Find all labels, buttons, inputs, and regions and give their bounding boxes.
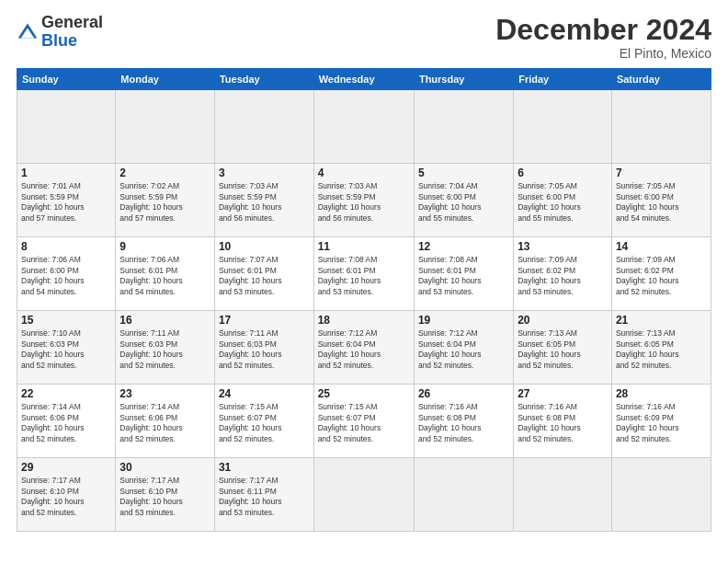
day-info: Sunrise: 7:14 AM Sunset: 6:06 PM Dayligh… bbox=[21, 402, 111, 444]
day-info: Sunrise: 7:08 AM Sunset: 6:01 PM Dayligh… bbox=[318, 255, 410, 297]
day-number: 6 bbox=[518, 167, 608, 179]
calendar-cell: 10Sunrise: 7:07 AM Sunset: 6:01 PM Dayli… bbox=[214, 237, 313, 311]
day-info: Sunrise: 7:06 AM Sunset: 6:00 PM Dayligh… bbox=[21, 255, 111, 297]
calendar-cell: 16Sunrise: 7:11 AM Sunset: 6:03 PM Dayli… bbox=[116, 311, 215, 385]
day-number: 11 bbox=[318, 240, 410, 253]
calendar-cell: 14Sunrise: 7:09 AM Sunset: 6:02 PM Dayli… bbox=[611, 237, 711, 311]
day-info: Sunrise: 7:17 AM Sunset: 6:11 PM Dayligh… bbox=[219, 476, 310, 518]
day-number: 27 bbox=[518, 387, 608, 400]
title-block: December 2024 El Pinto, Mexico bbox=[495, 14, 711, 61]
calendar-header-sunday: Sunday bbox=[17, 69, 116, 90]
day-info: Sunrise: 7:13 AM Sunset: 6:05 PM Dayligh… bbox=[616, 328, 707, 371]
day-info: Sunrise: 7:08 AM Sunset: 6:01 PM Dayligh… bbox=[418, 255, 509, 297]
day-number: 23 bbox=[119, 387, 210, 400]
calendar-cell: 19Sunrise: 7:12 AM Sunset: 6:04 PM Dayli… bbox=[414, 311, 513, 385]
day-info: Sunrise: 7:17 AM Sunset: 6:10 PM Dayligh… bbox=[119, 476, 210, 518]
logo-blue-text: Blue bbox=[41, 32, 103, 51]
day-info: Sunrise: 7:06 AM Sunset: 6:01 PM Dayligh… bbox=[119, 255, 210, 297]
day-info: Sunrise: 7:11 AM Sunset: 6:03 PM Dayligh… bbox=[119, 328, 210, 371]
calendar-cell: 8Sunrise: 7:06 AM Sunset: 6:00 PM Daylig… bbox=[17, 237, 116, 311]
calendar-cell bbox=[17, 90, 116, 164]
calendar-cell: 13Sunrise: 7:09 AM Sunset: 6:02 PM Dayli… bbox=[514, 237, 612, 311]
day-number: 21 bbox=[616, 314, 707, 327]
day-info: Sunrise: 7:05 AM Sunset: 6:00 PM Dayligh… bbox=[518, 181, 608, 224]
day-info: Sunrise: 7:09 AM Sunset: 6:02 PM Dayligh… bbox=[518, 255, 608, 297]
calendar-table: SundayMondayTuesdayWednesdayThursdayFrid… bbox=[17, 68, 711, 532]
day-info: Sunrise: 7:02 AM Sunset: 5:59 PM Dayligh… bbox=[119, 181, 210, 224]
calendar-cell: 11Sunrise: 7:08 AM Sunset: 6:01 PM Dayli… bbox=[313, 237, 414, 311]
calendar-cell: 30Sunrise: 7:17 AM Sunset: 6:10 PM Dayli… bbox=[116, 458, 215, 532]
day-number: 3 bbox=[219, 167, 310, 179]
header: General Blue December 2024 El Pinto, Mex… bbox=[17, 14, 711, 61]
day-number: 5 bbox=[418, 167, 509, 179]
day-number: 30 bbox=[119, 461, 210, 474]
calendar-cell: 4Sunrise: 7:03 AM Sunset: 5:59 PM Daylig… bbox=[313, 164, 414, 237]
calendar-cell: 26Sunrise: 7:16 AM Sunset: 6:08 PM Dayli… bbox=[414, 385, 513, 458]
day-info: Sunrise: 7:04 AM Sunset: 6:00 PM Dayligh… bbox=[418, 181, 509, 224]
calendar-week-3: 8Sunrise: 7:06 AM Sunset: 6:00 PM Daylig… bbox=[17, 237, 711, 311]
calendar-header-thursday: Thursday bbox=[414, 69, 513, 90]
calendar-week-6: 29Sunrise: 7:17 AM Sunset: 6:10 PM Dayli… bbox=[17, 458, 711, 532]
day-info: Sunrise: 7:10 AM Sunset: 6:03 PM Dayligh… bbox=[21, 328, 111, 371]
calendar-header-monday: Monday bbox=[116, 69, 215, 90]
calendar-week-5: 22Sunrise: 7:14 AM Sunset: 6:06 PM Dayli… bbox=[17, 385, 711, 458]
day-number: 12 bbox=[418, 240, 509, 253]
day-number: 1 bbox=[21, 167, 111, 179]
day-number: 9 bbox=[119, 240, 210, 253]
calendar-cell: 22Sunrise: 7:14 AM Sunset: 6:06 PM Dayli… bbox=[17, 385, 116, 458]
calendar-cell: 7Sunrise: 7:05 AM Sunset: 6:00 PM Daylig… bbox=[611, 164, 711, 237]
day-number: 16 bbox=[119, 314, 210, 327]
day-number: 18 bbox=[318, 314, 410, 327]
calendar-cell bbox=[414, 458, 513, 532]
day-number: 15 bbox=[21, 314, 111, 327]
calendar-cell: 24Sunrise: 7:15 AM Sunset: 6:07 PM Dayli… bbox=[214, 385, 313, 458]
day-number: 20 bbox=[518, 314, 608, 327]
calendar-cell bbox=[514, 458, 612, 532]
day-info: Sunrise: 7:12 AM Sunset: 6:04 PM Dayligh… bbox=[318, 328, 410, 371]
calendar-cell: 2Sunrise: 7:02 AM Sunset: 5:59 PM Daylig… bbox=[116, 164, 215, 237]
day-number: 19 bbox=[418, 314, 509, 327]
day-number: 28 bbox=[616, 387, 707, 400]
calendar-cell: 15Sunrise: 7:10 AM Sunset: 6:03 PM Dayli… bbox=[17, 311, 116, 385]
calendar-cell: 9Sunrise: 7:06 AM Sunset: 6:01 PM Daylig… bbox=[116, 237, 215, 311]
calendar-cell bbox=[414, 90, 513, 164]
calendar-cell: 25Sunrise: 7:15 AM Sunset: 6:07 PM Dayli… bbox=[313, 385, 414, 458]
day-number: 4 bbox=[318, 167, 410, 179]
day-info: Sunrise: 7:16 AM Sunset: 6:09 PM Dayligh… bbox=[616, 402, 707, 444]
calendar-cell: 6Sunrise: 7:05 AM Sunset: 6:00 PM Daylig… bbox=[514, 164, 612, 237]
calendar-cell bbox=[116, 90, 215, 164]
day-info: Sunrise: 7:05 AM Sunset: 6:00 PM Dayligh… bbox=[616, 181, 707, 224]
calendar-header-tuesday: Tuesday bbox=[214, 69, 313, 90]
day-info: Sunrise: 7:15 AM Sunset: 6:07 PM Dayligh… bbox=[219, 402, 310, 444]
logo-general-text: General bbox=[41, 14, 103, 32]
calendar-cell bbox=[313, 90, 414, 164]
page: General Blue December 2024 El Pinto, Mex… bbox=[0, 0, 728, 563]
day-number: 10 bbox=[219, 240, 310, 253]
calendar-cell bbox=[313, 458, 414, 532]
day-number: 13 bbox=[518, 240, 608, 253]
day-info: Sunrise: 7:03 AM Sunset: 5:59 PM Dayligh… bbox=[219, 181, 310, 224]
day-info: Sunrise: 7:14 AM Sunset: 6:06 PM Dayligh… bbox=[119, 402, 210, 444]
day-info: Sunrise: 7:09 AM Sunset: 6:02 PM Dayligh… bbox=[616, 255, 707, 297]
day-info: Sunrise: 7:11 AM Sunset: 6:03 PM Dayligh… bbox=[219, 328, 310, 371]
calendar-cell: 27Sunrise: 7:16 AM Sunset: 6:08 PM Dayli… bbox=[514, 385, 612, 458]
calendar-cell: 28Sunrise: 7:16 AM Sunset: 6:09 PM Dayli… bbox=[611, 385, 711, 458]
day-number: 26 bbox=[418, 387, 509, 400]
calendar-cell bbox=[214, 90, 313, 164]
day-number: 7 bbox=[616, 167, 707, 179]
day-info: Sunrise: 7:17 AM Sunset: 6:10 PM Dayligh… bbox=[21, 476, 111, 518]
day-info: Sunrise: 7:01 AM Sunset: 5:59 PM Dayligh… bbox=[21, 181, 111, 224]
logo-text: General Blue bbox=[41, 14, 103, 51]
day-number: 29 bbox=[21, 461, 111, 474]
day-number: 8 bbox=[21, 240, 111, 253]
day-number: 14 bbox=[616, 240, 707, 253]
calendar-header-friday: Friday bbox=[514, 69, 612, 90]
logo: General Blue bbox=[17, 14, 103, 51]
calendar-cell: 5Sunrise: 7:04 AM Sunset: 6:00 PM Daylig… bbox=[414, 164, 513, 237]
calendar-week-4: 15Sunrise: 7:10 AM Sunset: 6:03 PM Dayli… bbox=[17, 311, 711, 385]
day-info: Sunrise: 7:03 AM Sunset: 5:59 PM Dayligh… bbox=[318, 181, 410, 224]
day-number: 22 bbox=[21, 387, 111, 400]
day-info: Sunrise: 7:13 AM Sunset: 6:05 PM Dayligh… bbox=[518, 328, 608, 371]
day-number: 2 bbox=[119, 167, 210, 179]
calendar-cell: 20Sunrise: 7:13 AM Sunset: 6:05 PM Dayli… bbox=[514, 311, 612, 385]
